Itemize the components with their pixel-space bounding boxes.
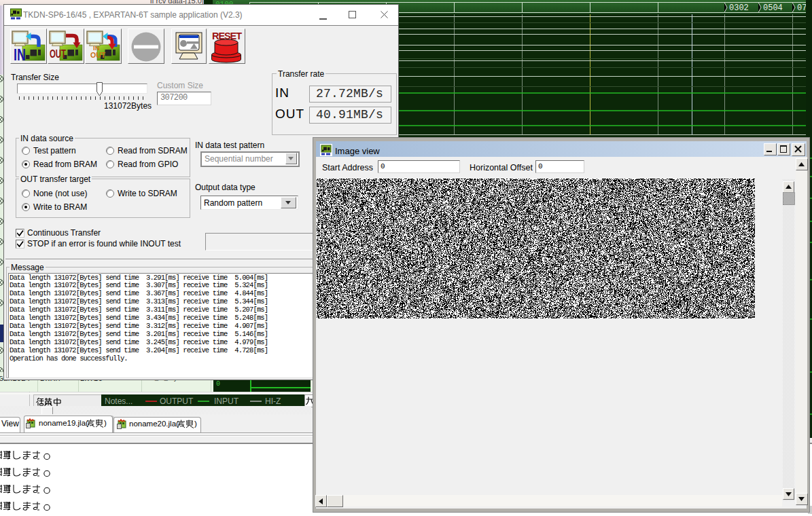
svg-text:OUT: OUT (50, 48, 66, 60)
svg-text:IN: IN (14, 46, 26, 64)
svg-text:0302: 0302 (729, 3, 749, 13)
svg-text:0504: 0504 (763, 3, 783, 13)
svg-text:OUT: OUT (90, 51, 106, 59)
